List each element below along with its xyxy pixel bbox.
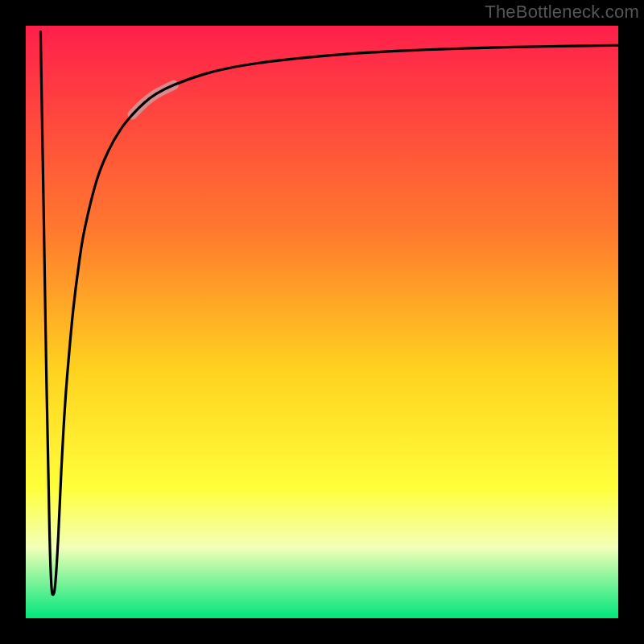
bottleneck-chart: [26, 26, 618, 618]
chart-frame: TheBottleneck.com: [0, 0, 644, 644]
plot-area: [26, 26, 618, 618]
gradient-background: [26, 26, 618, 618]
watermark-text: TheBottleneck.com: [485, 2, 639, 23]
